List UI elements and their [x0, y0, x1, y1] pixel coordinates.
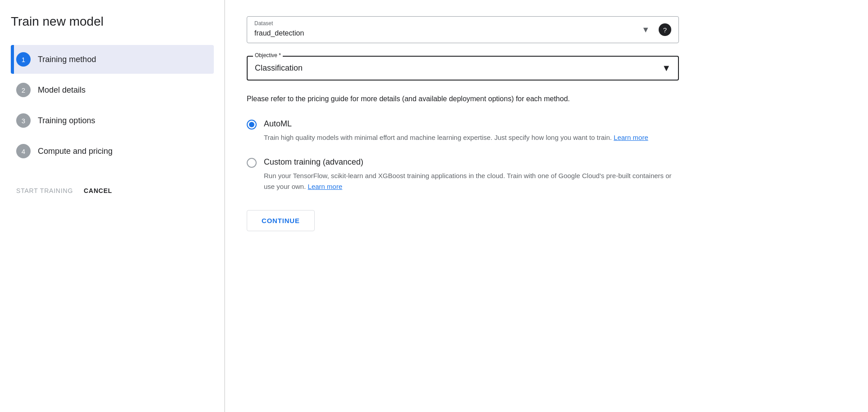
custom-radio-button[interactable] — [247, 158, 257, 168]
sidebar-actions: START TRAINING CANCEL — [11, 187, 214, 194]
sidebar: Train new model 1 Training method 2 Mode… — [0, 0, 225, 412]
step-4-label: Compute and pricing — [38, 147, 113, 156]
step-list: 1 Training method 2 Model details 3 Trai… — [11, 45, 214, 166]
automl-radio-button[interactable] — [247, 120, 257, 130]
dataset-field: Dataset fraud_detection ▼ ? — [247, 16, 679, 43]
custom-training-option[interactable]: Custom training (advanced) Run your Tens… — [247, 157, 679, 192]
step-3[interactable]: 3 Training options — [11, 106, 214, 135]
continue-button[interactable]: CONTINUE — [247, 210, 315, 231]
automl-description: Train high quality models with minimal e… — [247, 132, 679, 143]
cancel-button[interactable]: CANCEL — [84, 187, 112, 194]
automl-radio-row[interactable]: AutoML — [247, 119, 679, 130]
page-title: Train new model — [11, 14, 214, 29]
objective-field[interactable]: Objective * Classification ▼ — [247, 56, 679, 81]
main-content: Dataset fraud_detection ▼ ? Objective * … — [225, 0, 868, 412]
dataset-dropdown-icon[interactable]: ▼ — [642, 25, 650, 35]
custom-learn-more-link[interactable]: Learn more — [308, 183, 343, 190]
objective-dropdown-icon[interactable]: ▼ — [662, 63, 671, 73]
automl-learn-more-link[interactable]: Learn more — [614, 134, 648, 141]
step-3-number: 3 — [16, 113, 31, 128]
step-2[interactable]: 2 Model details — [11, 76, 214, 104]
objective-select-inner[interactable]: Classification ▼ — [248, 57, 678, 80]
automl-title: AutoML — [264, 119, 292, 129]
step-1-number: 1 — [16, 52, 31, 67]
dataset-help-icon[interactable]: ? — [659, 23, 671, 36]
objective-value: Classification — [255, 63, 303, 73]
dataset-field-group: Dataset fraud_detection ▼ ? — [247, 16, 846, 43]
dataset-field-inner: Dataset fraud_detection — [254, 20, 304, 39]
step-2-label: Model details — [38, 85, 86, 95]
pricing-note: Please refer to the pricing guide for mo… — [247, 93, 661, 105]
step-4[interactable]: 4 Compute and pricing — [11, 137, 214, 166]
automl-option[interactable]: AutoML Train high quality models with mi… — [247, 119, 679, 143]
dataset-value: fraud_detection — [254, 27, 304, 39]
start-training-button[interactable]: START TRAINING — [16, 187, 73, 194]
sidebar-divider — [224, 0, 225, 412]
objective-label: Objective * — [253, 52, 283, 58]
step-1-label: Training method — [38, 55, 96, 64]
step-1[interactable]: 1 Training method — [11, 45, 214, 74]
custom-title: Custom training (advanced) — [264, 157, 363, 167]
automl-radio-inner — [249, 122, 254, 127]
step-4-number: 4 — [16, 144, 31, 158]
custom-description: Run your TensorFlow, scikit-learn and XG… — [247, 170, 679, 192]
dataset-label: Dataset — [254, 20, 304, 27]
custom-radio-row[interactable]: Custom training (advanced) — [247, 157, 679, 168]
step-3-label: Training options — [38, 116, 95, 125]
step-2-number: 2 — [16, 83, 31, 97]
objective-field-group: Objective * Classification ▼ — [247, 56, 846, 81]
